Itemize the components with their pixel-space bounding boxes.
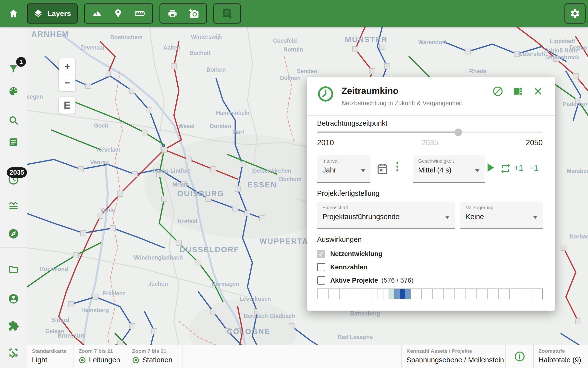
- timeline-cell[interactable]: [537, 289, 542, 299]
- stations-layer-cell[interactable]: Zoom 7 bis 21 Stationen: [127, 345, 183, 368]
- timeline-histogram[interactable]: [317, 289, 543, 299]
- tasks-clipboard-icon[interactable]: [8, 137, 19, 147]
- palette-icon[interactable]: [8, 86, 19, 97]
- calendar-icon[interactable]: [376, 162, 389, 176]
- search-icon[interactable]: [8, 115, 19, 126]
- timeline-cell[interactable]: [493, 289, 499, 299]
- timeline-cell[interactable]: [350, 289, 356, 299]
- timeline-cell[interactable]: [372, 289, 378, 299]
- more-options-kebab-icon[interactable]: [395, 162, 399, 171]
- time-slider-thumb[interactable]: [454, 129, 462, 136]
- account-icon[interactable]: [8, 293, 19, 304]
- print-icon[interactable]: [168, 9, 177, 18]
- repeat-icon[interactable]: [500, 163, 512, 174]
- timeline-cell[interactable]: [504, 289, 509, 299]
- terrain-icon[interactable]: [92, 9, 102, 18]
- speed-select[interactable]: Geschwindigkeit Mittel (4 s): [413, 155, 485, 183]
- timeline-cell[interactable]: [488, 289, 493, 299]
- info-cell[interactable]: [505, 345, 533, 368]
- close-icon[interactable]: [533, 86, 543, 97]
- zoom-level-cell[interactable]: Zoomstufe Halbtotale (9): [533, 345, 588, 368]
- station-marker: [73, 252, 79, 258]
- basemap-label: Standardkarte: [32, 348, 74, 354]
- timeline-cell[interactable]: [334, 289, 339, 299]
- timeline-cell[interactable]: [356, 289, 361, 299]
- effect-checkbox[interactable]: [317, 276, 325, 285]
- plugin-puzzle-icon[interactable]: [8, 320, 19, 331]
- station-marker: [259, 216, 265, 221]
- zoom-out-button[interactable]: −: [59, 75, 75, 91]
- add-photo-icon[interactable]: [189, 8, 199, 19]
- timeline-cell[interactable]: [477, 289, 482, 299]
- timeline-cell[interactable]: [427, 289, 433, 299]
- lines-layer-cell[interactable]: Zoom 7 bis 21 Leitungen: [74, 345, 127, 368]
- timeline-cell[interactable]: [400, 289, 405, 299]
- timeline-cell[interactable]: [405, 289, 411, 299]
- dock-panel-icon[interactable]: [513, 86, 523, 97]
- filter-icon[interactable]: [8, 64, 19, 74]
- station-marker: [576, 98, 581, 103]
- sidebar-expand-chevron[interactable]: [9, 350, 18, 359]
- zoom-level-value: Halbtotale (9): [539, 356, 588, 364]
- timeline-cell[interactable]: [449, 289, 454, 299]
- timeline-cell[interactable]: [367, 289, 372, 299]
- timeline-cell[interactable]: [378, 289, 383, 299]
- completion-heading: Projektfertigstellung: [317, 189, 380, 197]
- timeline-cell[interactable]: [383, 289, 389, 299]
- property-select[interactable]: Eigenschaft Projektausführungsende: [317, 202, 455, 229]
- settings-button[interactable]: [564, 3, 586, 24]
- timeline-cell[interactable]: [394, 289, 400, 299]
- place-marker-icon[interactable]: [113, 9, 123, 18]
- timeline-cell[interactable]: [482, 289, 488, 299]
- layers-button[interactable]: Layers: [27, 3, 78, 24]
- timeline-cell[interactable]: [455, 289, 460, 299]
- home-button[interactable]: [0, 8, 27, 19]
- metric-cell[interactable]: Kennzahl Assets / Projekte Spannungseben…: [401, 345, 505, 368]
- clipboard-add-icon[interactable]: [221, 8, 233, 19]
- metric-value: Spannungsebene / Meilenstein: [406, 356, 505, 364]
- timeline-cell[interactable]: [526, 289, 531, 299]
- clipboard-group: [213, 3, 241, 24]
- delay-select[interactable]: Verzögerung Keine: [460, 202, 543, 229]
- timeline-cell[interactable]: [520, 289, 526, 299]
- timeline-cell[interactable]: [466, 289, 471, 299]
- e-mode-button[interactable]: E: [59, 97, 75, 114]
- timeline-cell[interactable]: [460, 289, 466, 299]
- interval-select[interactable]: Intervall Jahr: [317, 155, 370, 183]
- step-forward-button[interactable]: +1: [514, 163, 523, 173]
- load-curve-icon[interactable]: [8, 200, 19, 211]
- timeline-cell[interactable]: [329, 289, 334, 299]
- ruler-icon[interactable]: [134, 8, 145, 19]
- play-button[interactable]: [488, 163, 494, 172]
- station-marker: [553, 56, 559, 62]
- timeline-cell[interactable]: [345, 289, 350, 299]
- timeline-cell[interactable]: [444, 289, 449, 299]
- timeline-cell[interactable]: [531, 289, 537, 299]
- timeline-cell[interactable]: [510, 289, 515, 299]
- time-slider-track[interactable]: [317, 131, 543, 133]
- timeline-cell[interactable]: [361, 289, 367, 299]
- timeline-cell[interactable]: [433, 289, 438, 299]
- timeline-cell[interactable]: [422, 289, 427, 299]
- timeline-cell[interactable]: [515, 289, 520, 299]
- timeline-cell[interactable]: [411, 289, 416, 299]
- compass-icon[interactable]: [8, 228, 19, 239]
- timeline-cell[interactable]: [323, 289, 328, 299]
- effect-checkbox[interactable]: [317, 263, 325, 271]
- effect-label: Netzentwicklung: [330, 250, 382, 258]
- basemap-cell[interactable]: Standardkarte Light: [27, 345, 74, 368]
- effect-checkbox[interactable]: ✓: [317, 250, 325, 258]
- station-marker: [196, 260, 201, 265]
- timeline-cell[interactable]: [416, 289, 422, 299]
- step-back-button[interactable]: −1: [529, 163, 539, 173]
- timeline-cell[interactable]: [438, 289, 444, 299]
- timeline-cell[interactable]: [318, 289, 323, 299]
- timeline-cell[interactable]: [340, 289, 345, 299]
- zoom-in-button[interactable]: +: [59, 58, 75, 75]
- folder-icon[interactable]: [8, 264, 19, 275]
- timeline-cell[interactable]: [499, 289, 504, 299]
- timeline-cell[interactable]: [471, 289, 477, 299]
- effect-count: (576 / 576): [381, 277, 414, 284]
- disable-icon[interactable]: [492, 86, 503, 97]
- timeline-cell[interactable]: [389, 289, 394, 299]
